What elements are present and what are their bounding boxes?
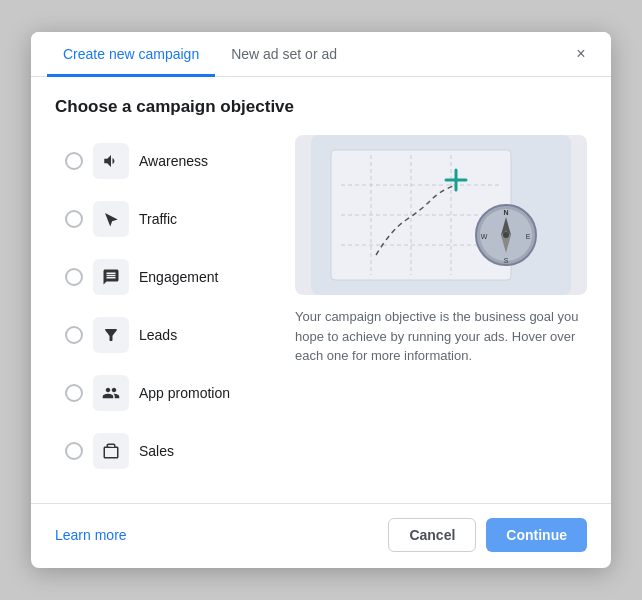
radio-sales[interactable] (65, 442, 83, 460)
svg-text:N: N (503, 209, 508, 216)
app-promotion-icon-box (93, 375, 129, 411)
objective-traffic[interactable]: Traffic (55, 193, 275, 245)
footer-buttons: Cancel Continue (388, 518, 587, 552)
chat-icon (102, 268, 120, 286)
objective-app-promotion[interactable]: App promotion (55, 367, 275, 419)
objective-awareness[interactable]: Awareness (55, 135, 275, 187)
continue-button[interactable]: Continue (486, 518, 587, 552)
objectives-list: Awareness Traffic (55, 135, 275, 477)
svg-text:S: S (504, 257, 509, 264)
objective-description: Your campaign objective is the business … (295, 307, 587, 366)
leads-label: Leads (139, 327, 177, 343)
learn-more-link[interactable]: Learn more (55, 527, 127, 543)
modal-tabs: Create new campaign New ad set or ad × (31, 32, 611, 77)
awareness-label: Awareness (139, 153, 208, 169)
cancel-button[interactable]: Cancel (388, 518, 476, 552)
modal-body: Choose a campaign objective Awareness (31, 77, 611, 493)
megaphone-icon (102, 152, 120, 170)
traffic-icon-box (93, 201, 129, 237)
preview-image: N S E W (295, 135, 587, 295)
modal-footer: Learn more Cancel Continue (31, 503, 611, 568)
tab-new-ad-set[interactable]: New ad set or ad (215, 32, 353, 77)
close-button[interactable]: × (567, 40, 595, 68)
radio-traffic[interactable] (65, 210, 83, 228)
radio-engagement[interactable] (65, 268, 83, 286)
sales-icon-box (93, 433, 129, 469)
cursor-icon (102, 210, 120, 228)
objective-sales[interactable]: Sales (55, 425, 275, 477)
modal-container: Create new campaign New ad set or ad × C… (31, 32, 611, 568)
sales-label: Sales (139, 443, 174, 459)
radio-awareness[interactable] (65, 152, 83, 170)
map-illustration: N S E W (295, 135, 587, 295)
briefcase-icon (102, 442, 120, 460)
people-icon (102, 384, 120, 402)
leads-icon-box (93, 317, 129, 353)
awareness-icon-box (93, 143, 129, 179)
svg-text:E: E (526, 233, 531, 240)
svg-point-14 (503, 232, 509, 238)
app-promotion-label: App promotion (139, 385, 230, 401)
right-panel: N S E W Your campaign objective is the b… (295, 135, 587, 477)
objective-leads[interactable]: Leads (55, 309, 275, 361)
funnel-icon (102, 326, 120, 344)
traffic-label: Traffic (139, 211, 177, 227)
tab-create-campaign[interactable]: Create new campaign (47, 32, 215, 77)
radio-app-promotion[interactable] (65, 384, 83, 402)
svg-text:W: W (481, 233, 488, 240)
engagement-icon-box (93, 259, 129, 295)
content-area: Awareness Traffic (55, 135, 587, 477)
engagement-label: Engagement (139, 269, 218, 285)
modal-title: Choose a campaign objective (55, 97, 587, 117)
objective-engagement[interactable]: Engagement (55, 251, 275, 303)
radio-leads[interactable] (65, 326, 83, 344)
